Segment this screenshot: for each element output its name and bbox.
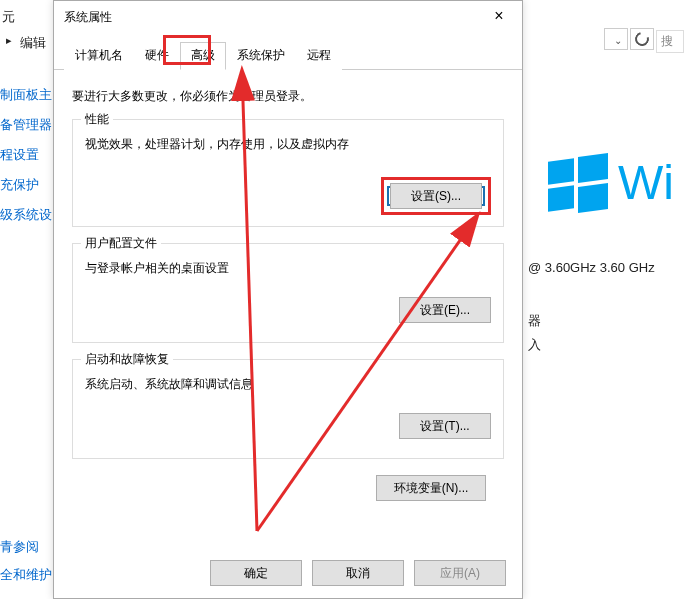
tab-remote[interactable]: 远程: [296, 42, 342, 70]
apply-button[interactable]: 应用(A): [414, 560, 506, 586]
group-desc: 视觉效果，处理器计划，内存使用，以及虚拟内存: [85, 136, 491, 153]
group-title: 启动和故障恢复: [81, 351, 173, 368]
bg-label-fragment: 器: [528, 312, 541, 330]
titlebar: 系统属性 ×: [54, 1, 522, 33]
sidebar-item[interactable]: 备管理器: [0, 110, 52, 140]
group-title: 性能: [81, 111, 113, 128]
env-variables-button[interactable]: 环境变量(N)...: [376, 475, 486, 501]
bg-nav-fragment: 元: [2, 8, 15, 26]
tabstrip: 计算机名 硬件 高级 系统保护 远程: [54, 33, 522, 70]
refresh-icon: [632, 29, 651, 48]
breadcrumb-edit[interactable]: 编辑: [20, 34, 46, 52]
close-button[interactable]: ×: [476, 1, 522, 31]
cancel-button[interactable]: 取消: [312, 560, 404, 586]
tab-system-protection[interactable]: 系统保护: [226, 42, 296, 70]
performance-settings-button[interactable]: 设置(S)...: [390, 183, 482, 209]
userprofile-settings-button[interactable]: 设置(E)...: [399, 297, 491, 323]
group-desc: 与登录帐户相关的桌面设置: [85, 260, 491, 277]
bg-label-fragment: 入: [528, 336, 541, 354]
system-properties-dialog: 系统属性 × 计算机名 硬件 高级 系统保护 远程 要进行大多数更改，你必须作为…: [53, 0, 523, 599]
dialog-title: 系统属性: [64, 9, 112, 26]
windows-brand-text: Wi: [618, 155, 674, 210]
sidebar-item[interactable]: 程设置: [0, 140, 52, 170]
windows-logo-icon: [548, 155, 608, 215]
chevron-icon: ▸: [6, 34, 12, 47]
tab-computer-name[interactable]: 计算机名: [64, 42, 134, 70]
group-performance: 性能 视觉效果，处理器计划，内存使用，以及虚拟内存 设置(S)...: [72, 119, 504, 227]
group-title: 用户配置文件: [81, 235, 161, 252]
dialog-button-row: 确定 取消 应用(A): [210, 560, 506, 586]
ok-button[interactable]: 确定: [210, 560, 302, 586]
tab-panel-advanced: 要进行大多数更改，你必须作为管理员登录。 性能 视觉效果，处理器计划，内存使用，…: [54, 70, 522, 513]
tab-hardware[interactable]: 硬件: [134, 42, 180, 70]
sidebar-item[interactable]: 级系统设置: [0, 200, 52, 230]
sidebar: 制面板主页 备管理器 程设置 充保护 级系统设置: [0, 80, 52, 230]
startup-settings-button[interactable]: 设置(T)...: [399, 413, 491, 439]
admin-note: 要进行大多数更改，你必须作为管理员登录。: [72, 88, 504, 105]
annotation-highlight: 设置(S)...: [381, 177, 491, 215]
sidebar-item[interactable]: 充保护: [0, 170, 52, 200]
group-desc: 系统启动、系统故障和调试信息: [85, 376, 491, 393]
group-user-profiles: 用户配置文件 与登录帐户相关的桌面设置 设置(E)...: [72, 243, 504, 343]
close-icon: ×: [494, 7, 503, 25]
refresh-button[interactable]: [630, 28, 654, 50]
see-also-label: 青参阅: [0, 538, 39, 556]
chevron-down-icon: ⌄: [614, 35, 622, 46]
cpu-spec-text: @ 3.60GHz 3.60 GHz: [528, 260, 655, 275]
tab-advanced[interactable]: 高级: [180, 42, 226, 70]
sidebar-security-link[interactable]: 全和维护: [0, 566, 52, 584]
sidebar-item[interactable]: 制面板主页: [0, 80, 52, 110]
group-startup-recovery: 启动和故障恢复 系统启动、系统故障和调试信息 设置(T)...: [72, 359, 504, 459]
search-input[interactable]: 搜: [656, 30, 684, 53]
